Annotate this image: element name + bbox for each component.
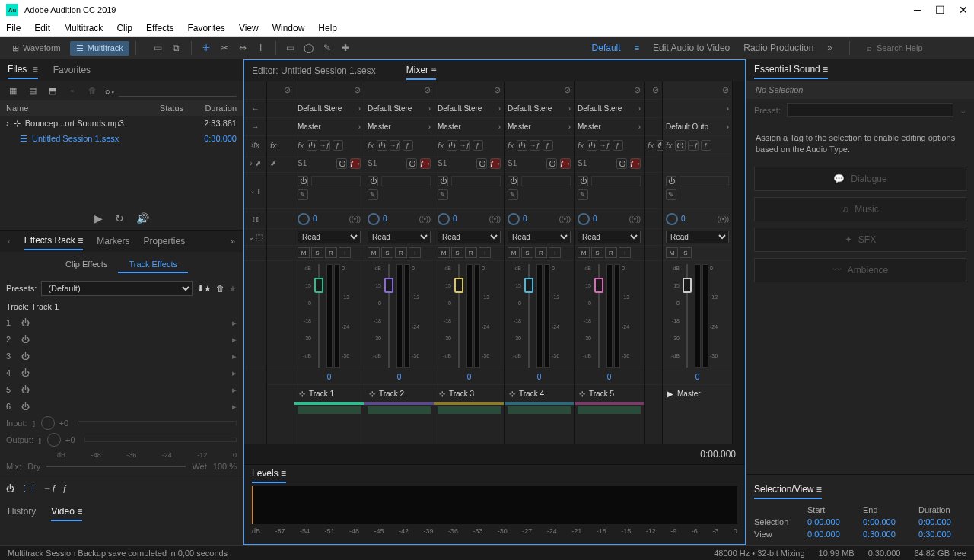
track-name[interactable] <box>267 385 294 402</box>
sel-dur[interactable]: 0:00.000 <box>918 517 966 527</box>
track-name[interactable]: ⊹ Track 2 <box>364 385 434 402</box>
fx-power-icon[interactable]: ⏻ <box>587 140 597 151</box>
eq-display[interactable] <box>591 176 641 186</box>
menu-clip[interactable]: Clip <box>116 23 132 33</box>
clip-effects-tab[interactable]: Clip Effects <box>55 256 118 273</box>
minimize-button[interactable]: ─ <box>914 4 921 16</box>
pan-knob[interactable] <box>508 213 520 225</box>
automation-mode-select[interactable]: Read <box>666 231 729 243</box>
autoplay-icon[interactable]: 🔊 <box>136 212 149 224</box>
fx-slot[interactable]: 5⏻▸ <box>0 381 243 398</box>
more-tabs-icon[interactable]: » <box>231 237 235 246</box>
record-button[interactable]: R <box>605 247 617 258</box>
time-select-icon[interactable]: I <box>254 41 268 55</box>
automation-mode-select[interactable]: Read <box>578 231 641 243</box>
fader-handle[interactable] <box>524 278 533 293</box>
tab-essential-sound[interactable]: Essential Sound ≡ <box>754 61 828 79</box>
maximize-button[interactable]: ☐ <box>935 4 945 16</box>
pan-value[interactable]: 0 <box>453 215 486 223</box>
tab-files[interactable]: Files ≡ <box>8 61 38 79</box>
expand-icon[interactable]: › <box>6 119 9 128</box>
eq-edit-icon[interactable]: ✎ <box>508 189 518 200</box>
output-routing[interactable]: Default Outp <box>666 123 724 131</box>
menu-edit[interactable]: Edit <box>34 23 50 33</box>
monitor-button[interactable]: I <box>619 247 631 258</box>
output-knob[interactable] <box>47 433 61 447</box>
fx-slot[interactable]: 3⏻▸ <box>0 348 243 364</box>
track-name[interactable]: ⊹ Track 4 <box>505 385 574 402</box>
track-name[interactable]: ⊹ Track 5 <box>575 385 644 402</box>
close-file-icon[interactable]: ▫ <box>65 84 79 97</box>
brush-icon[interactable]: ✎ <box>320 41 334 55</box>
output-arrow-icon[interactable]: → <box>244 118 266 136</box>
workspace-eav[interactable]: Edit Audio to Video <box>653 43 730 53</box>
tool-icon-2[interactable]: ⧉ <box>170 41 183 55</box>
save-preset-icon[interactable]: ⬇★ <box>197 284 212 294</box>
record-button[interactable]: R <box>535 247 547 258</box>
fx-power-icon[interactable]: ⏻ <box>447 140 457 151</box>
fader-handle[interactable] <box>683 278 692 293</box>
tab-favorites[interactable]: Favorites <box>53 62 91 78</box>
pan-knob[interactable] <box>578 213 590 225</box>
send-power-icon[interactable]: ⏻ <box>336 158 347 169</box>
send-pre-icon[interactable]: ƒ→ <box>420 158 431 169</box>
pan-value[interactable]: 0 <box>681 215 715 223</box>
menu-view[interactable]: View <box>239 23 259 33</box>
mute-button[interactable]: M <box>438 247 450 258</box>
postfader-icon[interactable]: ƒ <box>62 484 67 494</box>
pan-label[interactable]: ⫿⫿ <box>244 209 266 229</box>
cross-icon[interactable]: ⊘ <box>424 85 431 95</box>
tab-video[interactable]: Video ≡ <box>51 503 82 521</box>
pan-value[interactable]: 0 <box>523 215 556 223</box>
prefader-icon[interactable]: →ƒ <box>390 140 400 151</box>
automation-mode-select[interactable]: Read <box>438 231 501 243</box>
eq-power-icon[interactable]: ⏻ <box>578 176 588 186</box>
eq-edit-icon[interactable]: ✎ <box>298 189 308 200</box>
automation-mode-select[interactable]: Read <box>298 231 361 243</box>
search-box[interactable]: ⌕ <box>867 43 968 52</box>
eq-edit-icon[interactable]: ✎ <box>438 189 448 200</box>
eq-label[interactable]: ⌄ ⫿ <box>244 173 266 209</box>
prefader-icon[interactable]: →ƒ <box>460 140 470 151</box>
view-start[interactable]: 0:00.000 <box>807 530 855 539</box>
record-button[interactable]: R <box>465 247 477 258</box>
delete-preset-icon[interactable]: 🗑 <box>216 284 224 293</box>
workspace-default[interactable]: Default <box>592 43 621 53</box>
ambience-button[interactable]: 〰Ambience <box>754 258 966 282</box>
send-power-icon[interactable]: ⏻ <box>546 158 557 169</box>
sel-start[interactable]: 0:00.000 <box>807 517 855 527</box>
eq-display[interactable] <box>680 176 729 186</box>
automation-label[interactable]: ⌄ ⬚ <box>244 229 266 246</box>
eq-display[interactable] <box>451 176 501 186</box>
fx-slot[interactable]: 2⏻▸ <box>0 331 243 348</box>
heal-icon[interactable]: ✚ <box>339 41 352 55</box>
pan-value[interactable]: 0 <box>383 215 416 223</box>
eq-display[interactable] <box>521 176 571 186</box>
input-arrow-icon[interactable]: ← <box>244 100 266 118</box>
multitrack-mode-button[interactable]: ☰ Multitrack <box>70 41 129 56</box>
chevron-down-icon[interactable]: ⌄ <box>960 106 966 116</box>
play-icon[interactable]: ▶ <box>94 212 103 224</box>
new-file-icon[interactable]: ▦ <box>6 84 20 97</box>
marquee-icon[interactable]: ▭ <box>284 41 298 55</box>
output-routing[interactable]: Master <box>508 123 566 131</box>
es-preset-select[interactable] <box>787 103 953 117</box>
tab-history[interactable]: History <box>8 503 36 521</box>
monitor-button[interactable]: I <box>409 247 421 258</box>
track-name[interactable]: ▶ Master <box>663 385 732 402</box>
favorite-icon[interactable]: ★ <box>229 284 237 294</box>
menu-file[interactable]: File <box>6 23 21 33</box>
input-knob[interactable] <box>41 416 55 430</box>
eq-display[interactable] <box>381 176 431 186</box>
output-routing[interactable]: Master <box>298 123 356 131</box>
view-dur[interactable]: 0:30.000 <box>918 530 966 539</box>
open-file-icon[interactable]: ▤ <box>26 84 40 97</box>
list-icon[interactable]: ⋮⋮ <box>21 484 37 494</box>
workspace-more-icon[interactable]: » <box>827 43 832 53</box>
cross-icon[interactable]: ⊘ <box>494 85 501 95</box>
solo-button[interactable]: S <box>381 247 393 258</box>
prefader-icon[interactable]: →ƒ <box>43 484 56 494</box>
output-routing[interactable]: Master <box>578 123 636 131</box>
fx-power-icon[interactable]: ⏻ <box>377 140 387 151</box>
fx-slot[interactable]: 1⏻▸ <box>0 314 243 331</box>
